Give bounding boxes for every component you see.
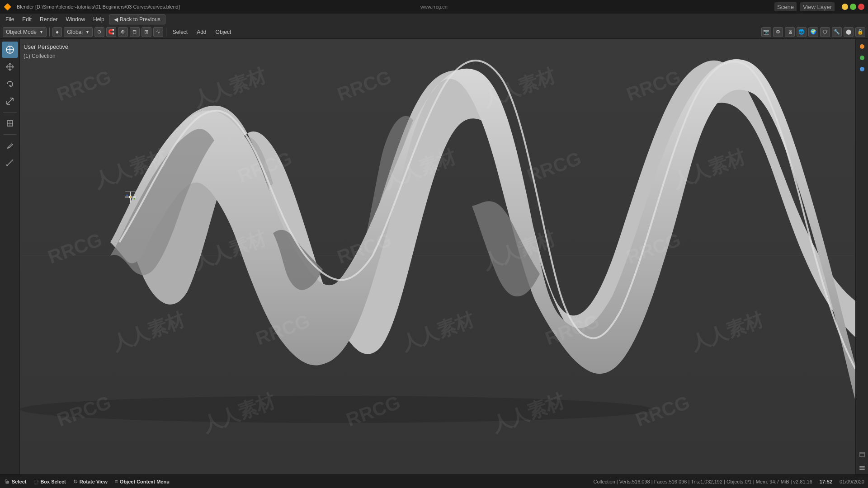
context-icon: ≡ [115, 479, 118, 485]
select-status: 🖱 Select [4, 478, 26, 485]
right-sidebar [855, 39, 868, 474]
menu-render[interactable]: Render [36, 14, 61, 24]
move-tool-btn[interactable] [2, 59, 18, 75]
grid-btn[interactable]: ⊟ [130, 27, 140, 37]
close-button[interactable] [858, 4, 864, 10]
box-select-status: ⬚ Box Select [33, 479, 66, 485]
menubar: File Edit Render Window Help ◀ Back to P… [0, 14, 868, 25]
sphere-icon: ● [56, 29, 59, 35]
object-menu[interactable]: Object [212, 27, 235, 37]
world-icon-btn[interactable]: 🌍 [808, 27, 818, 37]
rotate-label: Rotate View [80, 479, 108, 484]
rotate-tool-btn[interactable] [2, 76, 18, 92]
add-menu[interactable]: Add [193, 27, 210, 37]
website-watermark: www.rrcg.cn [420, 4, 448, 9]
cursor-tool-btn[interactable] [2, 42, 18, 58]
right-tool-3[interactable] [857, 64, 867, 74]
header-toolbar: Object Mode ▼ ● Global ▼ ⊙ 🧲 ⊚ ⊟ ⊞ ∿ Sel… [0, 25, 868, 39]
constraints-btn[interactable]: 🔒 [855, 27, 865, 37]
svg-point-29 [134, 198, 135, 200]
menu-help[interactable]: Help [90, 14, 108, 24]
svg-line-12 [7, 160, 13, 166]
transform-pivot-btn[interactable]: ⊙ [94, 27, 104, 37]
sidebar-divider-2 [3, 134, 17, 135]
back-to-previous-button[interactable]: ◀ Back to Previous [109, 14, 165, 24]
left-sidebar [0, 39, 20, 474]
status-stats: Collection | Verts:516,098 | Faces:516,0… [594, 479, 865, 484]
object-props-btn[interactable]: ⬡ [820, 27, 830, 37]
box-select-icon: ⬚ [33, 479, 38, 485]
toolbar-right: 📷 ⚙ 🖥 🌐 🌍 ⬡ 🔧 ⬤ 🔒 [761, 27, 865, 37]
titlebar-controls: Scene View Layer [774, 2, 864, 11]
titlebar: 🔶 Blender [D:\Simon\blender-tutorials\01… [0, 0, 868, 14]
sidebar-panel-btn[interactable] [857, 450, 867, 460]
rotate-icon: ↻ [73, 479, 78, 485]
svg-rect-18 [859, 468, 865, 469]
right-tool-2[interactable] [857, 53, 867, 63]
sidebar-divider-1 [3, 112, 17, 113]
rotate-status: ↻ Rotate View [73, 479, 108, 485]
xray-btn[interactable]: ∿ [153, 27, 163, 37]
viewport-3d[interactable]: User Perspective (1) Collection RRCG 人人素… [20, 39, 855, 474]
global-chevron-icon: ▼ [85, 30, 90, 34]
right-tool-1[interactable] [857, 42, 867, 52]
properties-btn[interactable] [857, 463, 867, 473]
toolbar-sep-2 [166, 28, 166, 37]
blender-logo: 🔶 [4, 3, 11, 10]
titlebar-left: 🔶 Blender [D:\Simon\blender-tutorials\01… [4, 3, 180, 10]
date-display: 01/09/2020 [840, 479, 864, 484]
viewport-shading[interactable]: ● [52, 27, 62, 37]
measure-tool-btn[interactable] [2, 155, 18, 171]
window-title: Blender [D:\Simon\blender-tutorials\01 B… [17, 4, 180, 9]
view-layer-selector[interactable]: View Layer [800, 2, 835, 11]
settings-icon-btn[interactable]: ⚙ [773, 27, 783, 37]
box-select-label: Box Select [40, 479, 66, 484]
global-selector[interactable]: Global ▼ [64, 27, 93, 37]
back-icon: ◀ [114, 16, 118, 23]
scene-selector[interactable]: Scene [774, 2, 797, 11]
wave-3d-object [20, 39, 855, 474]
menu-edit[interactable]: Edit [19, 14, 35, 24]
time-display: 17:52 [820, 479, 832, 484]
stats-text: Collection | Verts:516,098 | Faces:516,0… [594, 479, 812, 484]
proportional-edit-btn[interactable]: ⊚ [118, 27, 128, 37]
layer-dot-orange [860, 44, 864, 49]
mode-selector[interactable]: Object Mode ▼ [3, 27, 47, 37]
mode-chevron-icon: ▼ [39, 30, 43, 34]
layer-dot-green [860, 56, 864, 60]
output-icon-btn[interactable]: 🖥 [785, 27, 795, 37]
snap-btn[interactable]: 🧲 [106, 27, 116, 37]
overlay-btn[interactable]: ⊞ [142, 27, 151, 37]
svg-rect-17 [859, 466, 865, 467]
statusbar: 🖱 Select ⬚ Box Select ↻ Rotate View ≡ Ob… [0, 474, 868, 488]
select-label: Select [12, 479, 26, 484]
scene-icon-btn[interactable]: 🌐 [797, 27, 807, 37]
menu-window[interactable]: Window [62, 14, 89, 24]
svg-point-27 [130, 197, 132, 198]
menu-file[interactable]: File [2, 14, 18, 24]
minimize-button[interactable] [842, 4, 848, 10]
svg-rect-15 [860, 452, 864, 457]
context-menu-status: ≡ Object Context Menu [115, 479, 170, 485]
select-menu[interactable]: Select [169, 27, 191, 37]
modifier-btn[interactable]: 🔧 [832, 27, 842, 37]
material-btn[interactable]: ⬤ [844, 27, 854, 37]
annotate-tool-btn[interactable] [2, 137, 18, 154]
svg-line-3 [7, 98, 13, 104]
scale-tool-btn[interactable] [2, 93, 18, 109]
svg-rect-19 [859, 469, 865, 470]
context-label: Object Context Menu [120, 479, 170, 484]
svg-point-28 [127, 195, 128, 196]
toolbar-sep-1 [49, 28, 50, 37]
mouse-icon: 🖱 [4, 478, 10, 485]
transform-tool-btn[interactable] [2, 115, 18, 131]
layer-dot-blue [860, 67, 864, 71]
svg-point-22 [20, 396, 653, 423]
maximize-button[interactable] [850, 4, 856, 10]
render-icon-btn[interactable]: 📷 [761, 27, 771, 37]
